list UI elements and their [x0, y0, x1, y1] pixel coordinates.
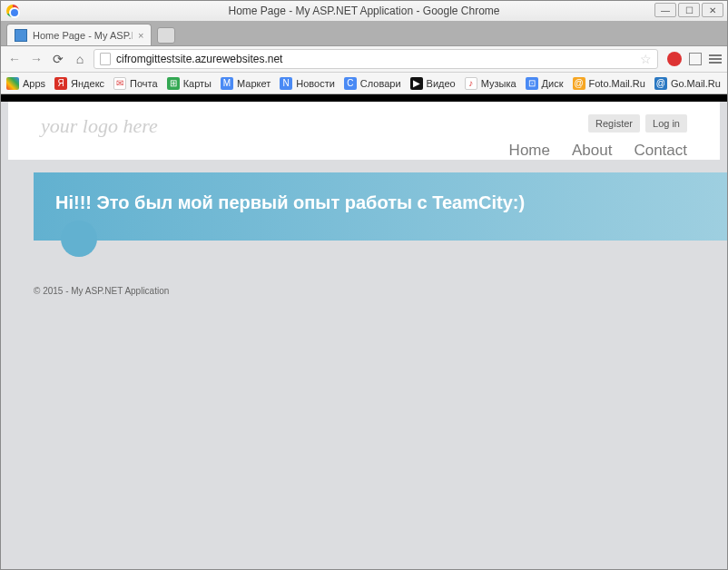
register-link[interactable]: Register — [588, 114, 640, 133]
url-text: cifromgittestsite.azurewebsites.net — [116, 53, 640, 65]
apps-icon — [6, 77, 19, 90]
site-logo-text: your logo here — [41, 114, 158, 138]
new-tab-button[interactable] — [157, 27, 175, 44]
window-title: Home Page - My ASP.NET Application - Goo… — [1, 5, 727, 17]
page-header-area: your logo here Register Log in Home Abou… — [8, 102, 720, 160]
home-button[interactable]: ⌂ — [72, 51, 88, 67]
bookmark-favicon-icon: @ — [654, 77, 667, 90]
forward-button[interactable]: → — [28, 51, 44, 67]
browser-tab[interactable]: Home Page - My ASP.NE × — [6, 24, 152, 45]
tab-strip: Home Page - My ASP.NE × — [1, 21, 727, 46]
bookmark-favicon-icon: ✉ — [113, 77, 126, 90]
bookmark-item[interactable]: ✉Почта — [113, 77, 158, 90]
bookmark-item[interactable]: @Go.Mail.Ru — [654, 77, 721, 90]
bookmark-label: Foto.Mail.Ru — [589, 78, 645, 89]
page-viewport: your logo here Register Log in Home Abou… — [1, 94, 727, 569]
reload-button[interactable]: ⟳ — [50, 51, 66, 67]
bookmark-favicon-icon: ⊡ — [526, 77, 538, 90]
browser-toolbar: ← → ⟳ ⌂ cifromgittestsite.azurewebsites.… — [1, 46, 727, 73]
nav-home[interactable]: Home — [509, 142, 550, 160]
bookmark-item[interactable]: ♪Музыка — [465, 77, 516, 90]
bookmark-favicon-icon: M — [221, 77, 233, 90]
extension-opera-icon[interactable] — [667, 52, 682, 66]
bookmark-favicon-icon: Я — [54, 77, 67, 90]
tab-favicon-icon — [15, 29, 27, 42]
bookmark-label: Музыка — [481, 78, 516, 89]
bookmarks-bar: Apps ЯЯндекс✉Почта⊞КартыMМаркетNНовостиС… — [1, 73, 727, 94]
nav-contact[interactable]: Contact — [634, 142, 687, 160]
bookmark-favicon-icon: N — [280, 77, 292, 90]
back-button[interactable]: ← — [6, 51, 23, 67]
nav-about[interactable]: About — [572, 142, 612, 160]
apps-label: Apps — [23, 78, 45, 89]
bookmark-item[interactable]: @Foto.Mail.Ru — [573, 77, 645, 90]
bookmark-label: Видео — [427, 78, 456, 89]
bookmark-label: Словари — [360, 78, 401, 89]
chrome-menu-button[interactable] — [709, 54, 722, 64]
hero-bubble-shape — [61, 221, 97, 257]
bookmark-favicon-icon: ▶ — [410, 77, 423, 90]
bookmark-favicon-icon: ⊞ — [167, 77, 180, 90]
minimize-button[interactable]: — — [654, 3, 676, 17]
chrome-logo-icon — [6, 5, 19, 17]
bookmark-label: Почта — [130, 78, 158, 89]
hero-banner: Hi!!! Это был мой первый опыт работы с T… — [34, 172, 727, 241]
tab-close-icon[interactable]: × — [138, 30, 143, 41]
window-titlebar: Home Page - My ASP.NET Application - Goo… — [1, 1, 727, 21]
bookmark-item[interactable]: ▶Видео — [410, 77, 456, 90]
bookmark-label: Маркет — [237, 78, 271, 89]
bookmark-favicon-icon: @ — [573, 77, 585, 90]
bookmark-label: Диск — [542, 78, 564, 89]
bookmark-item[interactable]: ⊡Диск — [526, 77, 564, 90]
bookmark-label: Яндекс — [71, 78, 104, 89]
bookmark-label: Go.Mail.Ru — [671, 78, 721, 89]
apps-button[interactable]: Apps — [6, 77, 45, 90]
bookmark-item[interactable]: ССловари — [344, 77, 401, 90]
hero-heading: Hi!!! Это был мой первый опыт работы с T… — [55, 192, 705, 213]
bookmark-star-icon[interactable]: ☆ — [640, 52, 652, 66]
bookmark-item[interactable]: ⊞Карты — [167, 77, 212, 90]
bookmark-favicon-icon: ♪ — [465, 77, 477, 90]
hero-rest: Это был мой первый опыт работы с TeamCit… — [92, 192, 525, 212]
address-bar[interactable]: cifromgittestsite.azurewebsites.net ☆ — [93, 49, 658, 69]
bookmark-item[interactable]: ЯЯндекс — [54, 77, 104, 90]
login-link[interactable]: Log in — [645, 114, 687, 133]
bookmark-label: Новости — [296, 78, 335, 89]
extension-button[interactable] — [689, 53, 702, 65]
maximize-button[interactable]: ☐ — [678, 3, 700, 17]
bookmark-favicon-icon: С — [344, 77, 357, 90]
tab-title: Home Page - My ASP.NE — [33, 30, 133, 41]
bookmark-label: Карты — [183, 78, 212, 89]
bookmark-item[interactable]: NНовости — [280, 77, 335, 90]
hero-hi: Hi!!! — [55, 192, 92, 212]
close-window-button[interactable]: ✕ — [702, 3, 723, 17]
page-footer: © 2015 - My ASP.NET Application — [1, 275, 727, 350]
page-top-black-bar — [1, 94, 727, 102]
bookmark-item[interactable]: MМаркет — [221, 77, 271, 90]
site-info-icon[interactable] — [100, 53, 111, 65]
